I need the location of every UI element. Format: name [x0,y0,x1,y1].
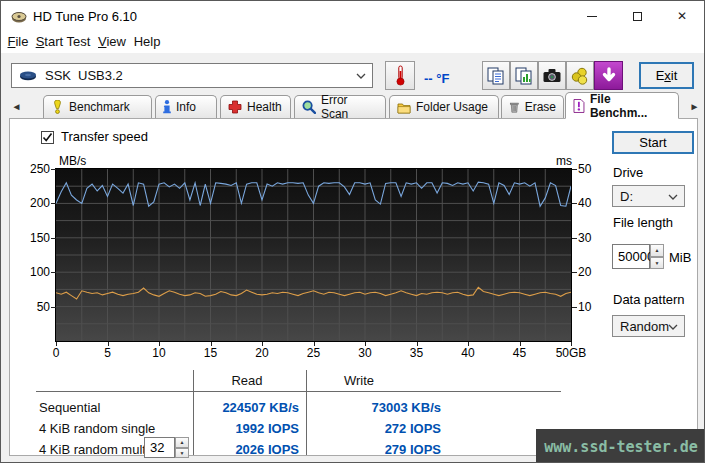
axis-tick [417,342,418,346]
device-select[interactable]: SSK USB3.2 [11,63,373,88]
chevron-down-icon [668,194,678,200]
data-pattern-value: Random [620,319,669,334]
app-window: HD Tune Pro 6.10 ✕ File Start Test View … [0,0,705,463]
y-axis-tick-label-right: 10 [578,300,606,314]
copy-text-button[interactable] [482,61,510,90]
file-benchmark-icon [573,99,585,113]
disk-icon [19,71,37,81]
row-label-random-multi: 4 KiB random multi [39,442,149,457]
file-length-value: 50000 [618,249,654,264]
arrow-down-icon: ▼ [655,260,660,266]
temperature-button[interactable] [385,61,415,90]
tab-folder-usage[interactable]: Folder Usage [389,95,499,118]
random-single-write-value: 272 IOPS [293,421,441,436]
check-icon [42,132,53,143]
axis-tick [365,342,366,346]
axis-tick [520,342,521,346]
tab-label: Benchmark [69,100,130,114]
arrow-left-icon: ◄ [12,101,22,112]
device-bus: USB3.2 [78,68,123,83]
read-column-header: Read [197,373,297,388]
copy-image-button[interactable] [510,61,538,90]
start-button[interactable]: Start [612,131,694,154]
x-axis-tick-label: 30 [345,346,385,360]
info-icon [163,100,171,114]
tab-label: Health [247,100,282,114]
drive-label: Drive [613,165,643,180]
close-icon: ✕ [677,9,687,23]
tab-benchmark[interactable]: Benchmark [43,95,152,118]
y-axis-tick-label-left: 50 [17,300,50,314]
arrow-right-icon: ► [690,101,700,112]
download-arrow-icon [600,67,618,85]
row-label-random-single: 4 KiB random single [39,421,155,436]
tab-info[interactable]: Info [155,95,217,118]
coins-icon [570,66,590,86]
tab-label: Folder Usage [416,100,488,114]
y-axis-tick-label-right: 30 [578,231,606,245]
x-axis-tick-label: 35 [397,346,437,360]
y-axis-tick-label-left: 250 [17,162,50,176]
folder-icon [397,101,411,114]
x-axis-tick-label: 40 [448,346,488,360]
axis-tick [572,169,577,170]
app-logo-icon [11,8,27,24]
file-length-spinner: ▲ ▼ [650,244,664,269]
axis-tick [51,307,56,308]
axis-tick [572,272,577,273]
copy-image-icon [514,66,534,86]
axis-tick [108,342,109,346]
axis-tick [572,238,577,239]
y-axis-tick-label-right: 20 [578,265,606,279]
x-axis-tick-label: 25 [294,346,334,360]
file-length-unit: MiB [669,250,691,265]
transfer-speed-checkbox[interactable] [41,131,54,144]
device-vendor: SSK [45,68,71,83]
x-axis-tick-label: 45 [500,346,540,360]
sequential-write-value: 73003 KB/s [293,400,441,415]
axis-tick [211,342,212,346]
spin-down-button[interactable]: ▼ [650,257,664,270]
axis-tick [262,342,263,346]
file-length-input[interactable]: 50000 [612,244,650,269]
menu-start-test[interactable]: Start Test [34,31,92,53]
exit-button[interactable]: Exit [639,62,694,89]
minimize-button[interactable] [575,1,609,31]
random-single-read-value: 1992 IOPS [151,421,299,436]
tab-scroll-left-button[interactable]: ◄ [8,97,25,116]
axis-tick [314,342,315,346]
screenshot-button[interactable] [538,61,566,90]
y-axis-tick-label-right: 40 [578,196,606,210]
magnifier-icon [302,100,316,114]
tab-health[interactable]: Health [220,95,291,118]
axis-tick [572,203,577,204]
maximize-icon [633,12,642,21]
chart-canvas [56,169,571,341]
data-pattern-label: Data pattern [613,292,685,307]
copy-icon [486,66,506,86]
transfer-speed-chart [55,168,572,342]
menu-help[interactable]: Help [130,31,164,53]
tab-scroll-right-button[interactable]: ► [688,97,701,116]
save-button[interactable] [594,61,623,90]
tab-label: Erase [525,100,556,114]
y-axis-tick-label-left: 100 [17,265,50,279]
tab-error-scan[interactable]: Error Scan [294,95,386,118]
axis-tick [56,342,57,346]
tab-erase[interactable]: Erase [501,95,564,118]
spin-up-button[interactable]: ▲ [650,244,664,257]
menu-view[interactable]: View [94,31,130,53]
axis-tick [51,169,56,170]
drive-select[interactable]: D: [612,185,685,207]
y-axis-unit-right: ms [556,154,572,168]
donate-button[interactable] [566,61,594,90]
maximize-button[interactable] [620,1,654,31]
menu-file[interactable]: File [4,31,32,53]
axis-tick [468,342,469,346]
close-button[interactable]: ✕ [665,1,699,31]
chevron-down-icon [668,324,678,330]
x-axis-tick-label: 5 [88,346,128,360]
tab-file-benchmark[interactable]: File Benchm... [565,92,679,119]
data-pattern-select[interactable]: Random [612,315,685,337]
health-cross-icon [228,100,242,114]
